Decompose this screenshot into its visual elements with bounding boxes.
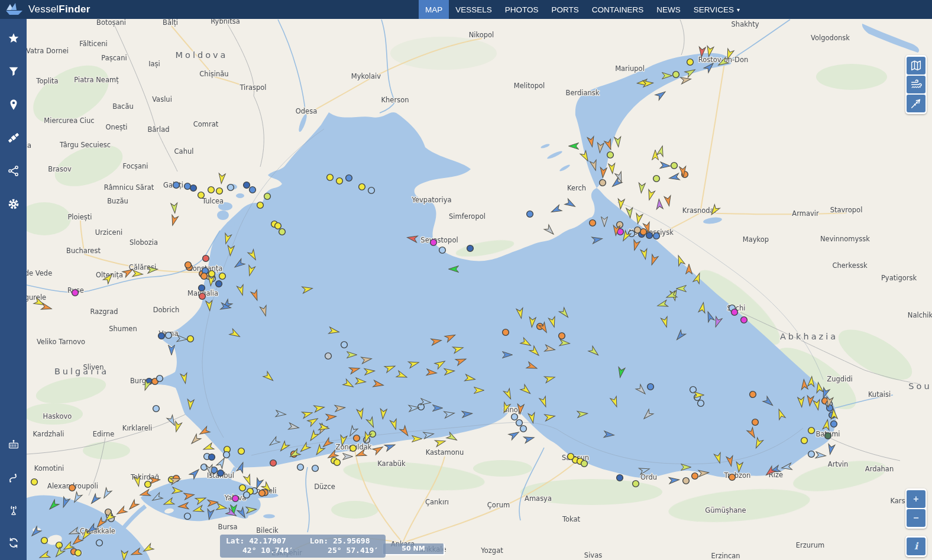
moored-vessel-marker[interactable] xyxy=(698,400,704,407)
moored-vessel-marker[interactable] xyxy=(56,542,63,549)
moored-vessel-marker[interactable] xyxy=(244,182,250,189)
moored-vessel-marker[interactable] xyxy=(264,193,271,200)
moored-vessel-marker[interactable] xyxy=(173,182,180,189)
moored-vessel-marker[interactable] xyxy=(568,454,574,460)
moored-vessel-marker[interactable] xyxy=(228,184,234,191)
moored-vessel-marker[interactable] xyxy=(190,185,197,192)
moored-vessel-marker[interactable] xyxy=(240,485,246,491)
moored-vessel-marker[interactable] xyxy=(198,192,205,199)
zoom-in-button[interactable]: + xyxy=(907,490,925,508)
moored-vessel-marker[interactable] xyxy=(350,445,357,452)
nav-photos[interactable]: PHOTOS xyxy=(499,0,545,19)
moored-vessel-marker[interactable] xyxy=(648,384,654,390)
nav-vessels[interactable]: VESSELS xyxy=(449,0,499,19)
nav-services[interactable]: SERVICES▾ xyxy=(687,0,746,19)
moored-vessel-marker[interactable] xyxy=(512,414,518,420)
moored-vessel-marker[interactable] xyxy=(219,273,226,280)
moored-vessel-marker[interactable] xyxy=(559,333,565,339)
moored-vessel-marker[interactable] xyxy=(279,229,286,235)
sidebar-port-crane-button[interactable] xyxy=(6,438,21,453)
moored-vessel-marker[interactable] xyxy=(185,183,191,190)
vesselfinder-logo[interactable]: VesselFinder xyxy=(0,2,90,17)
moored-vessel-marker[interactable] xyxy=(673,72,679,78)
moored-vessel-marker[interactable] xyxy=(244,492,250,499)
moored-vessel-marker[interactable] xyxy=(232,496,239,502)
moored-vessel-marker[interactable] xyxy=(216,188,223,195)
moored-vessel-marker[interactable] xyxy=(370,431,376,438)
moored-vessel-marker[interactable] xyxy=(825,433,831,439)
nav-ports[interactable]: PORTS xyxy=(545,0,585,19)
moored-vessel-marker[interactable] xyxy=(617,475,623,481)
moored-vessel-marker[interactable] xyxy=(808,451,815,458)
moored-vessel-marker[interactable] xyxy=(827,405,833,412)
moored-vessel-marker[interactable] xyxy=(96,540,103,546)
sidebar-filter-button[interactable] xyxy=(6,64,21,79)
moored-vessel-marker[interactable] xyxy=(633,481,639,487)
moored-vessel-marker[interactable] xyxy=(270,460,277,467)
moored-vessel-marker[interactable] xyxy=(185,262,192,268)
moored-vessel-marker[interactable] xyxy=(732,309,738,316)
moored-vessel-marker[interactable] xyxy=(520,426,527,432)
moored-vessel-marker[interactable] xyxy=(646,232,653,239)
moored-vessel-marker[interactable] xyxy=(607,152,614,158)
moored-vessel-marker[interactable] xyxy=(808,428,815,434)
moored-vessel-marker[interactable] xyxy=(581,461,588,467)
weather-button[interactable] xyxy=(907,76,925,93)
moored-vessel-marker[interactable] xyxy=(750,391,756,398)
nav-news[interactable]: NEWS xyxy=(650,0,687,19)
moored-vessel-marker[interactable] xyxy=(527,211,533,218)
sidebar-voyage-button[interactable] xyxy=(6,470,21,485)
moored-vessel-marker[interactable] xyxy=(640,229,647,235)
moored-vessel-marker[interactable] xyxy=(153,406,160,412)
moored-vessel-marker[interactable] xyxy=(297,464,304,471)
moored-vessel-marker[interactable] xyxy=(209,454,215,461)
nav-containers[interactable]: CONTAINERS xyxy=(585,0,651,19)
map-canvas[interactable]: MoldovaBulgariaAbkhaziaSouBotoșaniBălțiR… xyxy=(27,19,932,560)
moored-vessel-marker[interactable] xyxy=(831,421,837,428)
moored-vessel-marker[interactable] xyxy=(218,470,224,477)
moored-vessel-marker[interactable] xyxy=(683,478,690,484)
moored-vessel-marker[interactable] xyxy=(354,435,360,442)
moored-vessel-marker[interactable] xyxy=(224,452,230,458)
info-button[interactable]: i xyxy=(907,538,925,555)
moored-vessel-marker[interactable] xyxy=(653,176,660,182)
moored-vessel-marker[interactable] xyxy=(208,187,215,193)
moored-vessel-marker[interactable] xyxy=(145,481,151,488)
moored-vessel-marker[interactable] xyxy=(671,163,678,169)
moored-vessel-marker[interactable] xyxy=(327,174,334,181)
zoom-out-button[interactable]: − xyxy=(907,509,925,527)
moored-vessel-marker[interactable] xyxy=(346,175,352,182)
moored-vessel-marker[interactable] xyxy=(209,271,215,277)
moored-vessel-marker[interactable] xyxy=(334,459,341,466)
nav-map[interactable]: MAP xyxy=(419,0,449,19)
moored-vessel-marker[interactable] xyxy=(801,438,808,444)
moored-vessel-marker[interactable] xyxy=(341,342,348,348)
moored-vessel-marker[interactable] xyxy=(41,538,48,544)
moored-vessel-marker[interactable] xyxy=(635,227,641,234)
sidebar-route-nodes-button[interactable] xyxy=(6,163,21,179)
moored-vessel-marker[interactable] xyxy=(516,420,523,426)
moored-vessel-marker[interactable] xyxy=(166,332,172,339)
moored-vessel-marker[interactable] xyxy=(199,285,205,292)
moored-vessel-marker[interactable] xyxy=(503,329,509,336)
moored-vessel-marker[interactable] xyxy=(431,239,437,246)
sidebar-refresh-button[interactable] xyxy=(6,535,21,551)
moored-vessel-marker[interactable] xyxy=(216,281,222,287)
moored-vessel-marker[interactable] xyxy=(467,245,474,252)
moored-vessel-marker[interactable] xyxy=(257,202,264,209)
sidebar-star-button[interactable] xyxy=(6,31,21,46)
moored-vessel-marker[interactable] xyxy=(752,419,759,426)
moored-vessel-marker[interactable] xyxy=(157,376,163,382)
moored-vessel-marker[interactable] xyxy=(201,273,208,280)
sidebar-antenna-button[interactable] xyxy=(6,503,21,518)
moored-vessel-marker[interactable] xyxy=(75,550,82,556)
moored-vessel-marker[interactable] xyxy=(72,290,79,296)
moored-vessel-marker[interactable] xyxy=(69,485,76,491)
moored-vessel-marker[interactable] xyxy=(187,336,194,342)
moored-vessel-marker[interactable] xyxy=(741,317,747,323)
moored-vessel-marker[interactable] xyxy=(259,490,266,497)
moored-vessel-marker[interactable] xyxy=(312,465,319,472)
layers-map-button[interactable] xyxy=(907,57,925,75)
measure-button[interactable] xyxy=(907,95,925,112)
sidebar-gear-button[interactable] xyxy=(6,196,21,212)
